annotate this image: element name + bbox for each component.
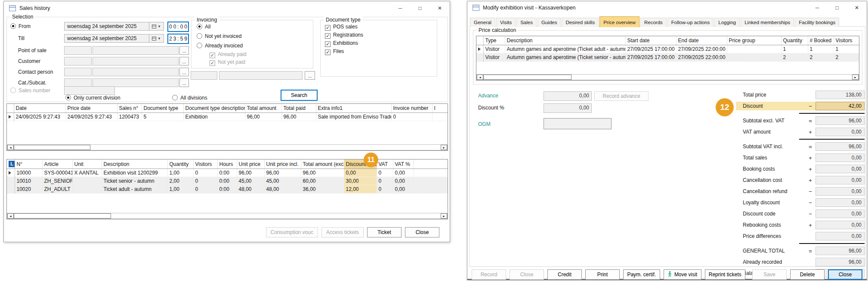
cell-quantity[interactable]: 1,00 [167,185,193,194]
extra-filter-lookup-button[interactable]: ... [305,71,315,80]
column-header-total-paid[interactable]: Total paid [281,104,316,113]
cell-total-amount-excl[interactable]: 60,00 [301,177,344,185]
cell-unit-price[interactable]: 45,00 [237,177,264,185]
cat-subcat-lookup-button[interactable]: ... [179,78,189,87]
reprint-tickets-button[interactable]: Reprint tickets [705,269,745,280]
cell-quantity[interactable]: 1 [781,45,808,53]
cell-n[interactable]: 10000 [15,169,42,177]
scroll-left-icon[interactable]: ◄ [7,213,14,219]
cell-end-date[interactable]: 27/09/2025 22:00:00 [676,45,727,53]
consumption-vouc-button[interactable]: Consumption vouc [266,227,318,237]
column-header-i[interactable]: I [432,104,448,113]
cell-article[interactable]: ZH_ADULT [42,185,72,194]
cell-vat[interactable]: 0,00 [393,169,414,177]
column-header-price-date[interactable]: Price date [65,104,117,113]
price-calc-horizontal-scrollbar[interactable]: ◄ ► [476,74,859,80]
column-header-visitors[interactable]: Visitors [834,36,859,45]
cell-total-amount-excl[interactable]: 96,00 [301,169,344,177]
cell-description[interactable]: Ticket adult - autumn [102,185,167,194]
scroll-thumb[interactable] [14,213,111,219]
ogm-field[interactable] [544,118,612,129]
column-header-total-amount-excl[interactable]: Total amount (excl.) [301,159,344,169]
cell-vat[interactable]: 0 [377,177,393,185]
column-header-hours[interactable]: Hours [217,159,237,169]
from-time-field[interactable]: 00:00 [167,22,189,32]
cell-price-date[interactable]: 24/09/2025 9:27:43 [65,113,117,121]
point-of-sale-name-field[interactable] [93,46,179,55]
column-header-booked[interactable]: # Booked [808,36,834,45]
cell-unit-price[interactable]: 96,00 [237,169,264,177]
cell-total-paid[interactable]: 96,00 [281,113,316,121]
cell-unit[interactable] [72,177,102,185]
table-row[interactable]: 24/09/2025 9:27:4324/09/2025 9:27:431200… [7,113,448,121]
cell-invoice-number[interactable]: 0 [391,113,432,121]
column-header-unit-price-incl[interactable]: Unit price incl. [264,159,301,169]
scroll-right-icon[interactable]: ► [441,213,447,219]
column-header-extra-info1[interactable]: Extra info1 [316,104,391,113]
sales-number-radio[interactable]: Sales number [10,87,50,94]
cell-total-amount[interactable]: 96,00 [245,113,281,121]
cell-document-type-description[interactable]: Exhibition [183,113,245,121]
cell-type[interactable]: Visitor [483,45,505,53]
point-of-sale-lookup-button[interactable]: ... [179,46,189,55]
cell-i[interactable] [432,113,448,121]
invoicing-all-radio[interactable]: All [197,24,210,30]
scroll-right-icon[interactable]: ► [852,75,859,80]
column-header-article[interactable]: Article [42,159,72,169]
advance-label[interactable]: Advance [478,93,498,99]
already-invoiced-radio[interactable]: Already invoiced [197,43,243,49]
close-button[interactable]: Close [405,227,439,237]
cell-start-date[interactable]: 27/09/2025 17:00:00 [625,53,676,62]
column-header-vat[interactable]: VAT [377,159,393,169]
move-visit-button[interactable]: Move visit [664,269,701,280]
close-icon[interactable]: ✕ [430,1,450,15]
cell-visitors[interactable]: 0 [193,169,217,177]
tab-facility-bookings[interactable]: Facility bookings [795,18,839,27]
scroll-left-icon[interactable]: ◄ [7,145,14,150]
close-button[interactable]: Close [828,269,862,280]
till-date-value[interactable]: woensdag 24 september 2025 [64,34,149,43]
cell-hours[interactable]: 0:00 [217,177,237,185]
contact-person-code-field[interactable] [64,68,92,76]
cell-price-group[interactable] [727,53,781,62]
only-current-division-radio[interactable]: Only current division [65,95,120,101]
column-header-visitors[interactable]: Visitors [193,159,217,169]
doc-type-registrations-checkbox[interactable]: ✓Registrations [325,32,363,39]
cell-sales-n[interactable]: 1200473 [117,113,142,121]
point-of-sale-code-field[interactable] [64,46,92,55]
lines-horizontal-scrollbar[interactable]: ◄ ► [7,213,448,219]
tab-logging[interactable]: Logging [714,18,740,27]
cell-extra-info1[interactable]: Sale imported from Enviso Trade [316,113,391,121]
not-yet-invoiced-radio[interactable]: Not yet invoiced [197,33,241,39]
from-date-value[interactable]: woensdag 24 september 2025 [64,22,149,31]
ogm-label[interactable]: OGM [478,121,491,127]
doc-type-pos-sales-checkbox[interactable]: ✓POS sales [325,24,358,31]
cell-quantity[interactable]: 1,00 [167,169,193,177]
cell-end-date[interactable]: 27/09/2025 22:00:00 [676,53,727,62]
extra-filter-name-field[interactable] [219,71,303,80]
column-header-description[interactable]: Description [102,159,167,169]
cell-booked[interactable]: 2 [808,53,834,62]
doc-type-files-checkbox[interactable]: ✓Files [325,48,344,55]
cell-discount-amount[interactable]: 0,00 [344,169,377,177]
column-header-sales-n[interactable]: Sales n° [117,104,142,113]
column-header-price-group[interactable]: Price group [727,36,781,45]
column-header-document-type[interactable]: Document type [142,104,183,113]
doc-type-exhibitions-checkbox[interactable]: ✓Exhibitions [325,40,358,47]
cell-visitors[interactable]: 0 [193,185,217,194]
paym-certif-button[interactable]: Paym. certif. [623,269,660,280]
maximize-icon[interactable]: □ [827,1,847,14]
already-paid-checkbox[interactable]: ✓Already paid [210,51,247,58]
tab-general[interactable]: General [470,18,495,27]
tab-follow-up-actions[interactable]: Follow-up actions [667,18,714,27]
tab-visits[interactable]: Visits [496,18,516,27]
scroll-right-icon[interactable]: ► [441,145,447,150]
from-date-field[interactable]: woensdag 24 september 2025 ▼ [64,22,164,31]
cell-article[interactable]: ZH_SENIOR [42,177,72,185]
cell-date[interactable]: 24/09/2025 9:27:43 [14,113,65,121]
tab-linked-memberships[interactable]: Linked memberships [741,18,794,27]
cell-total-amount-excl[interactable]: 36,00 [301,185,344,194]
contact-person-lookup-button[interactable]: ... [179,68,189,76]
customer-code-field[interactable] [64,57,92,66]
not-yet-paid-checkbox[interactable]: ✓Not yet paid [210,59,245,66]
